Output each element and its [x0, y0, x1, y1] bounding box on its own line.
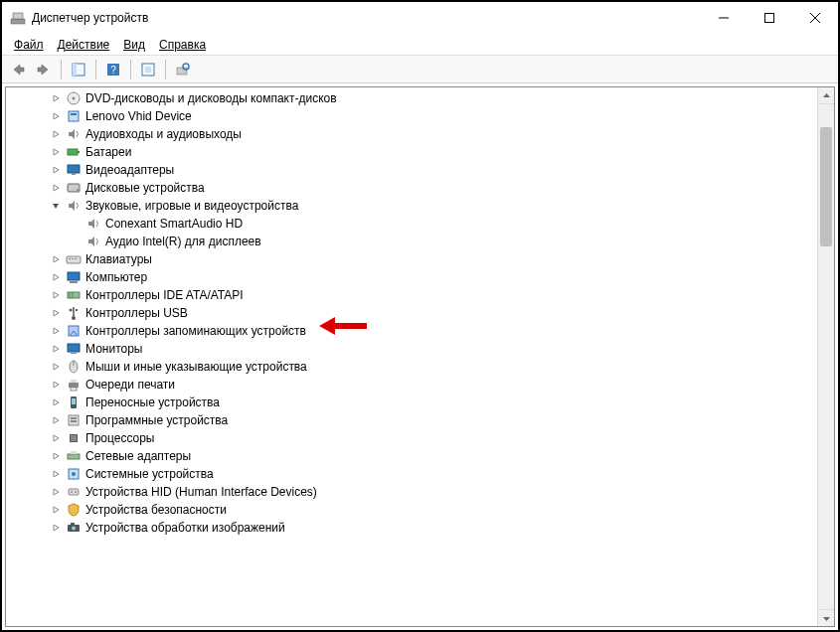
app-icon [10, 10, 26, 26]
tree-node[interactable]: Контроллеры запоминающих устройств [6, 322, 816, 340]
device-tree[interactable]: DVD-дисководы и дисководы компакт-дисков… [6, 87, 816, 626]
tree-node[interactable]: Мыши и иные указывающие устройства [6, 358, 816, 376]
tree-node[interactable]: Клавиатуры [6, 250, 816, 268]
portable-icon [66, 395, 82, 410]
back-button[interactable] [6, 59, 30, 80]
vertical-scrollbar[interactable] [817, 87, 834, 626]
device-manager-window: Диспетчер устройств Файл Действие Вид Сп… [2, 2, 838, 630]
maximize-button[interactable] [747, 2, 792, 34]
tree-node-label: Процессоры [85, 431, 155, 445]
expand-icon[interactable] [48, 412, 64, 428]
svg-rect-25 [69, 258, 71, 259]
device-icon [66, 108, 82, 124]
expand-icon[interactable] [48, 162, 64, 178]
expand-icon[interactable] [48, 90, 64, 106]
tree-node[interactable]: Батареи [6, 143, 816, 161]
expand-icon[interactable] [48, 287, 64, 303]
tree-node[interactable]: Аудиовходы и аудиовыходы [6, 125, 816, 143]
tree-node[interactable]: Очереди печати [6, 376, 816, 394]
expand-icon[interactable] [48, 520, 64, 536]
menu-help[interactable]: Справка [153, 36, 212, 54]
show-hide-button[interactable] [67, 59, 90, 80]
tree-node[interactable]: Контроллеры IDE ATA/ATAPI [6, 286, 816, 304]
expand-icon[interactable] [48, 341, 64, 357]
tree-node[interactable]: Conexant SmartAudio HD [6, 215, 816, 233]
svg-rect-61 [71, 523, 75, 525]
expand-icon[interactable] [48, 377, 64, 393]
tree-node[interactable]: Системные устройства [6, 465, 816, 483]
tree-node-label: Клавиатуры [85, 252, 152, 266]
expand-icon[interactable] [48, 251, 64, 267]
audio-icon [66, 198, 82, 214]
computer-icon [66, 269, 82, 285]
tree-node[interactable]: Аудио Intel(R) для дисплеев [6, 233, 816, 250]
minimize-button[interactable] [701, 2, 747, 34]
expand-icon[interactable] [48, 395, 64, 410]
tree-node-label: Дисковые устройства [85, 181, 205, 195]
tree-node[interactable]: Устройства HID (Human Interface Devices) [6, 483, 816, 501]
tree-node[interactable]: Компьютер [6, 268, 816, 286]
scroll-down-button[interactable] [818, 609, 834, 626]
help-button[interactable]: ? [101, 59, 125, 80]
expand-icon[interactable] [48, 484, 64, 500]
expand-icon[interactable] [48, 466, 64, 482]
scroll-up-button[interactable] [818, 87, 834, 104]
expand-icon[interactable] [48, 180, 64, 196]
tree-node-label: Аудиовходы и аудиовыходы [85, 127, 242, 141]
expand-icon[interactable] [48, 502, 64, 518]
expand-icon[interactable] [48, 269, 64, 285]
tree-node[interactable]: Программные устройства [6, 411, 816, 429]
svg-rect-36 [76, 309, 78, 311]
tree-node[interactable]: Устройства обработки изображений [6, 519, 816, 537]
tree-node[interactable]: Lenovo Vhid Device [6, 107, 816, 125]
tree-node[interactable]: Контроллеры USB [6, 304, 816, 322]
menu-action[interactable]: Действие [52, 36, 116, 54]
scroll-thumb[interactable] [820, 127, 832, 246]
expand-icon[interactable] [48, 126, 64, 142]
audio-icon [85, 234, 101, 249]
tree-node-label: Устройства HID (Human Interface Devices) [85, 485, 317, 499]
hid-icon [66, 484, 82, 500]
refresh-button[interactable] [171, 59, 195, 80]
tree-node[interactable]: DVD-дисководы и дисководы компакт-дисков [6, 89, 816, 107]
svg-rect-49 [71, 420, 77, 422]
tree-node[interactable]: Сетевые адаптеры [6, 447, 816, 465]
svg-rect-26 [72, 258, 74, 259]
expand-icon[interactable] [48, 144, 64, 160]
tree-node-label: Контроллеры IDE ATA/ATAPI [85, 288, 244, 302]
tree-node[interactable]: Процессоры [6, 429, 816, 447]
menu-file[interactable]: Файл [8, 36, 50, 54]
monitor-icon [66, 341, 82, 357]
forward-button[interactable] [32, 59, 56, 80]
svg-point-35 [70, 309, 73, 312]
tree-node[interactable]: Мониторы [6, 340, 816, 358]
svg-rect-17 [71, 113, 77, 115]
tree-node-label: Устройства обработки изображений [85, 521, 285, 535]
expand-icon[interactable] [48, 108, 64, 124]
expand-icon[interactable] [48, 359, 64, 375]
tree-node[interactable]: Устройства безопасности [6, 501, 816, 519]
close-button[interactable] [792, 2, 838, 34]
menu-view[interactable]: Вид [117, 36, 151, 54]
svg-rect-1 [13, 13, 23, 19]
svg-rect-39 [71, 353, 77, 354]
scan-button[interactable] [136, 59, 160, 80]
tree-node[interactable]: Переносные устройства [6, 394, 816, 411]
toolbar-separator [95, 60, 96, 79]
tree-node-label: Conexant SmartAudio HD [105, 217, 243, 231]
svg-rect-12 [177, 68, 187, 75]
titlebar: Диспетчер устройств [2, 2, 838, 34]
expand-icon[interactable] [48, 448, 64, 464]
tree-node[interactable]: Звуковые, игровые и видеоустройства [6, 197, 816, 215]
expand-icon[interactable] [48, 430, 64, 446]
expand-icon[interactable] [48, 305, 64, 321]
expand-icon[interactable] [48, 323, 64, 339]
tree-node[interactable]: Дисковые устройства [6, 179, 816, 197]
toolbar-separator [61, 60, 62, 79]
svg-rect-11 [145, 67, 151, 73]
tree-node-label: Аудио Intel(R) для дисплеев [105, 235, 261, 248]
tree-node[interactable]: Видеоадаптеры [6, 161, 816, 179]
expand-icon[interactable] [48, 198, 64, 214]
audio-icon [66, 126, 82, 142]
toolbar-separator [165, 60, 166, 79]
